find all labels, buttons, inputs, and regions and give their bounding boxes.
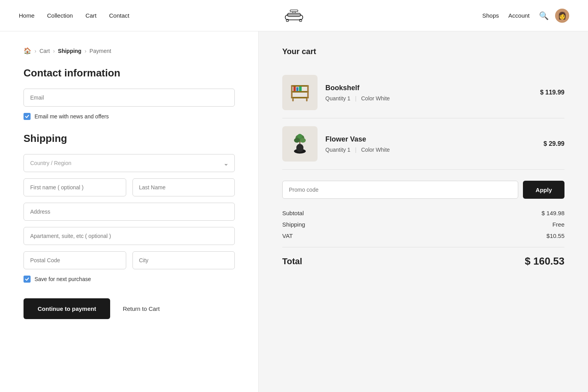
- summary-divider: [282, 247, 564, 247]
- page-layout: 🏠 › Cart › Shipping › Payment Contact in…: [0, 31, 588, 392]
- vat-value: $10.55: [546, 232, 564, 239]
- nav-home[interactable]: Home: [19, 12, 34, 19]
- cart-item-bookshelf: Bookshelf Quantity 1 | Color White $ 119…: [282, 67, 564, 118]
- svg-point-22: [300, 138, 306, 143]
- logo[interactable]: [283, 7, 305, 24]
- nav-left: Home Collection Cart Contact: [19, 12, 129, 19]
- country-group: Country / Region ⌄: [24, 154, 235, 172]
- apartment-input[interactable]: [24, 227, 235, 245]
- newsletter-checkbox[interactable]: [24, 113, 31, 120]
- svg-rect-16: [306, 98, 308, 102]
- svg-rect-13: [296, 87, 298, 91]
- flowervase-color-label: Color: [361, 147, 374, 153]
- shipping-section: Shipping Country / Region ⌄: [24, 132, 235, 283]
- newsletter-checkbox-row: Email me with news and offers: [24, 113, 235, 120]
- flowervase-qty-label: Quantity: [325, 147, 346, 153]
- apartment-group: [24, 227, 235, 245]
- country-select[interactable]: Country / Region: [24, 154, 235, 172]
- bookshelf-price: $ 119.99: [540, 89, 564, 96]
- breadcrumb-sep-1: ›: [34, 48, 36, 54]
- postal-input[interactable]: [24, 251, 126, 269]
- email-input[interactable]: [24, 89, 235, 107]
- nav-contact[interactable]: Contact: [109, 12, 129, 19]
- bookshelf-color-label: Color: [361, 95, 374, 102]
- breadcrumb: 🏠 › Cart › Shipping › Payment: [24, 47, 235, 54]
- total-label: Total: [282, 256, 302, 267]
- shipping-value: Free: [552, 221, 564, 228]
- contact-section: Contact information Email me with news a…: [24, 67, 235, 120]
- order-summary: Subtotal $ 149.98 Shipping Free VAT $10.…: [282, 210, 564, 239]
- total-value: $ 160.53: [525, 255, 564, 267]
- nav-right: Shops Account 🔍 👩: [482, 9, 569, 23]
- svg-rect-8: [291, 91, 309, 93]
- avatar[interactable]: 👩: [555, 9, 569, 23]
- vat-row: VAT $10.55: [282, 232, 564, 239]
- nav-cart[interactable]: Cart: [85, 12, 96, 19]
- action-buttons: Continue to payment Return to Cart: [24, 298, 235, 319]
- svg-rect-18: [296, 144, 303, 152]
- svg-rect-15: [292, 98, 294, 102]
- subtotal-value: $ 149.98: [542, 210, 564, 216]
- total-row: Total $ 160.53: [282, 255, 564, 267]
- shipping-label: Shipping: [282, 221, 305, 228]
- right-panel: Your cart: [259, 31, 588, 392]
- svg-rect-4: [290, 10, 298, 11]
- svg-rect-10: [291, 85, 293, 98]
- svg-rect-9: [291, 97, 309, 98]
- flowervase-meta: Quantity 1 | Color White: [325, 147, 536, 153]
- save-label: Save for next purchase: [34, 276, 91, 282]
- name-group: [24, 178, 235, 196]
- flowervase-name: Flower Vase: [325, 135, 536, 143]
- address-group: [24, 203, 235, 221]
- last-name-input[interactable]: [132, 178, 235, 196]
- address-input[interactable]: [24, 203, 235, 221]
- email-group: [24, 89, 235, 107]
- subtotal-label: Subtotal: [282, 210, 304, 216]
- flowervase-price: $ 29.99: [544, 140, 564, 147]
- breadcrumb-cart[interactable]: Cart: [40, 48, 50, 54]
- bookshelf-name: Bookshelf: [325, 84, 532, 92]
- vat-label: VAT: [282, 232, 293, 239]
- shipping-title: Shipping: [24, 132, 235, 145]
- first-name-input[interactable]: [24, 178, 126, 196]
- svg-point-23: [298, 134, 302, 139]
- city-input[interactable]: [132, 251, 235, 269]
- meta-sep-1: |: [355, 95, 357, 102]
- flowervase-image: [282, 126, 318, 162]
- bookshelf-meta: Quantity 1 | Color White: [325, 95, 532, 102]
- continue-button[interactable]: Continue to payment: [24, 298, 110, 319]
- flowervase-details: Flower Vase Quantity 1 | Color White: [325, 135, 536, 153]
- shipping-row: Shipping Free: [282, 221, 564, 228]
- bookshelf-image: [282, 75, 318, 110]
- left-panel: 🏠 › Cart › Shipping › Payment Contact in…: [0, 31, 259, 392]
- search-icon[interactable]: 🔍: [539, 11, 549, 20]
- promo-row: Apply: [282, 181, 564, 199]
- return-button[interactable]: Return to Cart: [123, 305, 160, 312]
- save-checkbox-row: Save for next purchase: [24, 276, 235, 283]
- postal-city-group: [24, 251, 235, 269]
- breadcrumb-sep-2: ›: [53, 48, 55, 54]
- subtotal-row: Subtotal $ 149.98: [282, 210, 564, 216]
- breadcrumb-shipping: Shipping: [58, 48, 82, 54]
- apply-button[interactable]: Apply: [523, 181, 564, 199]
- bookshelf-details: Bookshelf Quantity 1 | Color White: [325, 84, 532, 102]
- header: Home Collection Cart Contact Shops Accou…: [0, 0, 588, 31]
- breadcrumb-home-icon[interactable]: 🏠: [24, 47, 31, 54]
- save-checkbox[interactable]: [24, 276, 31, 283]
- breadcrumb-payment[interactable]: Payment: [89, 48, 111, 54]
- breadcrumb-sep-3: ›: [85, 48, 87, 54]
- promo-input[interactable]: [282, 181, 518, 199]
- meta-sep-2: |: [355, 147, 357, 153]
- newsletter-label: Email me with news and offers: [34, 113, 109, 120]
- svg-point-21: [294, 138, 300, 143]
- cart-title: Your cart: [282, 47, 564, 56]
- contact-title: Contact information: [24, 67, 235, 79]
- bookshelf-qty-label: Quantity: [325, 95, 346, 102]
- nav-account[interactable]: Account: [508, 12, 530, 19]
- nav-shops[interactable]: Shops: [482, 12, 499, 19]
- svg-rect-14: [299, 86, 302, 91]
- header-icons: 🔍 👩: [539, 9, 569, 23]
- nav-collection[interactable]: Collection: [47, 12, 73, 19]
- svg-rect-11: [307, 85, 309, 98]
- svg-rect-12: [294, 87, 296, 91]
